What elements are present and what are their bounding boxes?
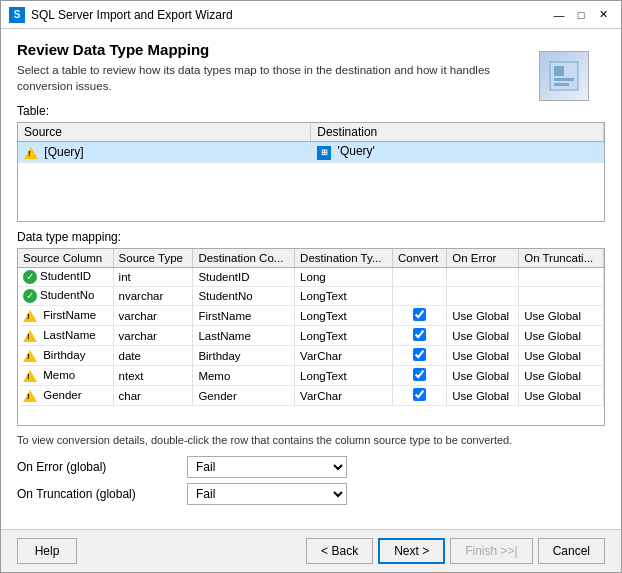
mapping-row[interactable]: ✓StudentIDintStudentIDLong: [18, 268, 604, 287]
dest-type-cell: VarChar: [295, 346, 393, 366]
warn-triangle-icon: [23, 350, 37, 362]
svg-rect-1: [554, 66, 564, 76]
ok-icon: ✓: [23, 289, 37, 303]
col-source: Source: [18, 123, 311, 142]
col-destination: Destination: [311, 123, 604, 142]
global-error-row: On Error (global) Fail Ignore Use Global: [17, 456, 605, 478]
back-button[interactable]: < Back: [306, 538, 373, 564]
on-error-cell: Use Global: [447, 386, 519, 406]
convert-checkbox[interactable]: [413, 328, 426, 341]
svg-rect-2: [554, 78, 574, 81]
title-bar-left: S SQL Server Import and Export Wizard: [9, 7, 233, 23]
page-subtitle: Select a table to review how its data ty…: [17, 62, 535, 94]
dest-type-cell: Long: [295, 268, 393, 287]
dest-type-cell: LongText: [295, 366, 393, 386]
mapping-col-header: On Truncati...: [519, 249, 604, 268]
finish-button[interactable]: Finish >>|: [450, 538, 532, 564]
source-type-cell: char: [113, 386, 193, 406]
source-type-cell: varchar: [113, 326, 193, 346]
on-truncation-cell: [519, 268, 604, 287]
minimize-button[interactable]: —: [549, 6, 569, 24]
on-error-cell: Use Global: [447, 326, 519, 346]
table-section-label: Table:: [17, 104, 605, 118]
table-row[interactable]: [Query]⊞ 'Query': [18, 142, 604, 163]
mapping-row[interactable]: LastNamevarcharLastNameLongTextUse Globa…: [18, 326, 604, 346]
help-button[interactable]: Help: [17, 538, 77, 564]
on-truncation-cell: Use Global: [519, 346, 604, 366]
on-truncation-cell: Use Global: [519, 366, 604, 386]
mapping-row[interactable]: BirthdaydateBirthdayVarCharUse GlobalUse…: [18, 346, 604, 366]
maximize-button[interactable]: □: [571, 6, 591, 24]
wizard-window: S SQL Server Import and Export Wizard — …: [0, 0, 622, 573]
convert-checkbox[interactable]: [413, 368, 426, 381]
convert-cell: [392, 366, 446, 386]
on-error-cell: [447, 268, 519, 287]
global-settings: On Error (global) Fail Ignore Use Global…: [17, 456, 605, 505]
window-title: SQL Server Import and Export Wizard: [31, 8, 233, 22]
wizard-graphic: [539, 51, 589, 101]
warn-icon: [24, 147, 38, 159]
mapping-table-container[interactable]: Source ColumnSource TypeDestination Co..…: [17, 248, 605, 426]
on-truncation-cell: Use Global: [519, 306, 604, 326]
dest-type-cell: VarChar: [295, 386, 393, 406]
dest-type-cell: LongText: [295, 326, 393, 346]
footer: Help < Back Next > Finish >>| Cancel: [1, 529, 621, 572]
convert-checkbox[interactable]: [413, 308, 426, 321]
convert-cell: [392, 386, 446, 406]
convert-checkbox[interactable]: [413, 388, 426, 401]
source-type-cell: int: [113, 268, 193, 287]
convert-cell: [392, 287, 446, 306]
convert-cell: [392, 346, 446, 366]
mapping-icon-cell: LastName: [18, 326, 113, 346]
ok-icon: ✓: [23, 270, 37, 284]
on-error-cell: Use Global: [447, 306, 519, 326]
mapping-col-header: Destination Co...: [193, 249, 295, 268]
mapping-col-header: Source Column: [18, 249, 113, 268]
on-error-cell: [447, 287, 519, 306]
on-truncation-cell: Use Global: [519, 326, 604, 346]
mapping-row[interactable]: ✓StudentNonvarcharStudentNoLongText: [18, 287, 604, 306]
on-error-cell: Use Global: [447, 346, 519, 366]
title-bar: S SQL Server Import and Export Wizard — …: [1, 1, 621, 29]
page-title: Review Data Type Mapping: [17, 41, 535, 58]
mapping-icon-cell: FirstName: [18, 306, 113, 326]
dest-col-cell: Birthday: [193, 346, 295, 366]
mapping-col-header: Destination Ty...: [295, 249, 393, 268]
on-error-cell: Use Global: [447, 366, 519, 386]
warn-triangle-icon: [23, 370, 37, 382]
mapping-icon-cell: ✓StudentNo: [18, 287, 113, 306]
mapping-row[interactable]: MemontextMemoLongTextUse GlobalUse Globa…: [18, 366, 604, 386]
mapping-row[interactable]: GendercharGenderVarCharUse GlobalUse Glo…: [18, 386, 604, 406]
mapping-table: Source ColumnSource TypeDestination Co..…: [18, 249, 604, 406]
footer-buttons-right: < Back Next > Finish >>| Cancel: [306, 538, 605, 564]
global-truncation-select[interactable]: Fail Ignore Use Global: [187, 483, 347, 505]
global-truncation-row: On Truncation (global) Fail Ignore Use G…: [17, 483, 605, 505]
on-truncation-cell: [519, 287, 604, 306]
warn-triangle-icon: [23, 330, 37, 342]
convert-checkbox[interactable]: [413, 348, 426, 361]
mapping-section-label: Data type mapping:: [17, 230, 605, 244]
hint-text: To view conversion details, double-click…: [17, 434, 605, 446]
global-error-label: On Error (global): [17, 460, 177, 474]
mapping-icon-cell: Birthday: [18, 346, 113, 366]
source-type-cell: ntext: [113, 366, 193, 386]
source-dest-table-container[interactable]: Source Destination [Query]⊞ 'Query': [17, 122, 605, 222]
global-truncation-label: On Truncation (global): [17, 487, 177, 501]
source-type-cell: nvarchar: [113, 287, 193, 306]
mapping-row[interactable]: FirstNamevarcharFirstNameLongTextUse Glo…: [18, 306, 604, 326]
next-button[interactable]: Next >: [378, 538, 445, 564]
dest-col-cell: LastName: [193, 326, 295, 346]
cancel-button[interactable]: Cancel: [538, 538, 605, 564]
dest-col-cell: Memo: [193, 366, 295, 386]
global-error-select[interactable]: Fail Ignore Use Global: [187, 456, 347, 478]
dest-type-cell: LongText: [295, 306, 393, 326]
source-type-cell: varchar: [113, 306, 193, 326]
dest-col-cell: StudentID: [193, 268, 295, 287]
dest-col-cell: FirstName: [193, 306, 295, 326]
title-bar-controls: — □ ✕: [549, 6, 613, 24]
mapping-icon-cell: Gender: [18, 386, 113, 406]
close-button[interactable]: ✕: [593, 6, 613, 24]
mapping-col-header: Source Type: [113, 249, 193, 268]
convert-cell: [392, 306, 446, 326]
warn-triangle-icon: [23, 310, 37, 322]
